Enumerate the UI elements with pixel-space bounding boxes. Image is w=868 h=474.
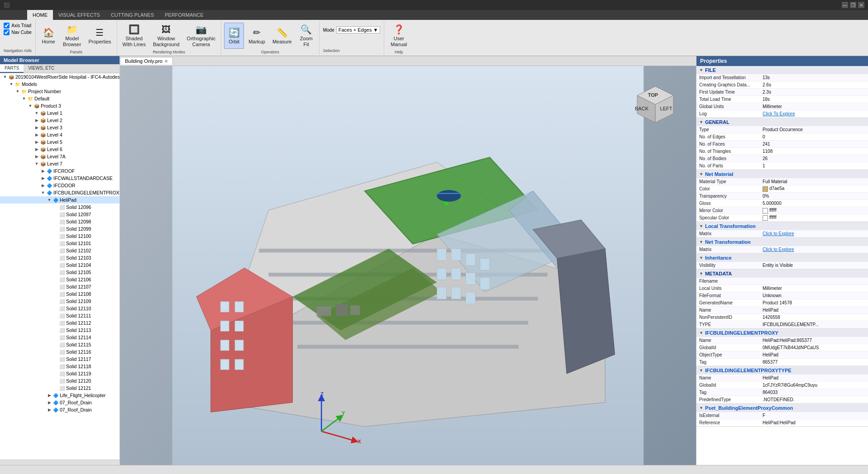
tree-item[interactable]: ⬜Solid 12106: [0, 276, 119, 283]
tree-item[interactable]: ⬜Solid 12120: [0, 377, 119, 384]
tree-item[interactable]: ▼📁Project Number: [0, 88, 119, 95]
tree-item[interactable]: ⬜Solid 12105: [0, 269, 119, 276]
properties-button[interactable]: ☰ Properties: [86, 23, 114, 49]
zoom-fit-button[interactable]: 🔍 ZoomFit: [296, 23, 316, 49]
tree-expander[interactable]: ▶: [33, 153, 40, 160]
prop-section-header[interactable]: ▼Inheritance: [696, 254, 868, 262]
prop-value[interactable]: Click To Explore: [763, 111, 865, 116]
tree-item[interactable]: ▶🔷IFCWALLSTANDARDCASE: [0, 175, 119, 182]
prop-value[interactable]: Click to Explore: [763, 247, 865, 252]
tree-item[interactable]: ⬜Solid 12111: [0, 312, 119, 319]
minimize-button[interactable]: —: [842, 2, 848, 8]
prop-section-header[interactable]: ▼IFCBUILDINGELEMENTPROXYTYPE: [696, 366, 868, 374]
axis-triad-toggle[interactable]: Axis Triad: [4, 23, 31, 28]
tree-item[interactable]: ⬜Solid 12117: [0, 356, 119, 363]
tree-expander[interactable]: ▼: [8, 81, 14, 87]
prop-value[interactable]: Click to Explore: [763, 231, 865, 236]
markup-button[interactable]: ✏ Markup: [246, 23, 268, 49]
tree-item[interactable]: ▶🔷07_Roof_Drain: [0, 406, 119, 413]
tree-item[interactable]: ⬜Solid 12113: [0, 327, 119, 334]
model-browser-button[interactable]: 📁 ModelBrowser: [60, 23, 84, 49]
tree-expander[interactable]: ▶: [46, 407, 52, 413]
tab-home[interactable]: HOME: [27, 10, 53, 20]
prop-section-header[interactable]: ▼METADATA: [696, 270, 868, 278]
tree-item[interactable]: ⬜Solid 12100: [0, 232, 119, 240]
tree-item[interactable]: ▶📦Level 3: [0, 124, 119, 131]
tree-item[interactable]: ▼🔷IFCBUILDINGELEMENTPROXY: [0, 189, 119, 196]
tree-expander[interactable]: ▶: [33, 132, 40, 138]
tree-item[interactable]: ▼📦Level 1: [0, 109, 119, 117]
viewport-tab-close[interactable]: ✕: [164, 59, 168, 64]
measure-button[interactable]: 📏 Measure: [270, 23, 295, 49]
close-button[interactable]: ✕: [858, 2, 864, 8]
mode-selector[interactable]: Faces + Edges ▼: [336, 26, 381, 33]
tree-item[interactable]: ⬜Solid 12116: [0, 348, 119, 356]
prop-section-header[interactable]: ▼GENERAL: [696, 118, 868, 126]
viewport-tab[interactable]: Building Only.pro ✕: [120, 57, 173, 65]
tab-views-etc[interactable]: VIEWS, ETC: [24, 64, 59, 73]
tree-expander[interactable]: ▶: [40, 182, 46, 189]
tree-expander[interactable]: ▼: [40, 190, 46, 196]
nav-cube-toggle[interactable]: Nav Cube: [4, 29, 31, 35]
nav-cube-checkbox[interactable]: [4, 29, 10, 35]
nav-cube[interactable]: TOP BACK LEFT: [628, 80, 682, 129]
tree-item[interactable]: ⬜Solid 12102: [0, 247, 119, 254]
tree-item[interactable]: ▶🔷IFCDOOR: [0, 182, 119, 189]
orthographic-camera-button[interactable]: 📷 OrthographicCamera: [184, 23, 219, 49]
tree-item[interactable]: ▼📦20190104WestRiverSide Hospital - IFC4-…: [0, 73, 119, 81]
tree-expander[interactable]: ▶: [40, 175, 46, 181]
tree-item[interactable]: ⬜Solid 12107: [0, 283, 119, 290]
tree-item[interactable]: ⬜Solid 12108: [0, 290, 119, 298]
maximize-button[interactable]: ❐: [850, 2, 856, 8]
tab-cutting-planes[interactable]: CUTTING PLANES: [105, 10, 159, 20]
window-background-button[interactable]: 🖼 WindowBackground: [150, 23, 182, 49]
tree-expander[interactable]: ▼: [2, 74, 8, 80]
tree-item[interactable]: ▶🔷07_Roof_Drain: [0, 399, 119, 406]
tree-item[interactable]: ▼📁Models: [0, 81, 119, 88]
tree-expander[interactable]: ▶: [46, 399, 52, 406]
tree-expander[interactable]: ▶: [33, 139, 40, 145]
user-manual-button[interactable]: ❓ UserManual: [388, 23, 410, 49]
prop-section-header[interactable]: ▼Net Transformation: [696, 238, 868, 246]
tree-expander[interactable]: ▶: [33, 146, 40, 152]
tree-item[interactable]: ⬜Solid 12101: [0, 240, 119, 247]
tab-performance[interactable]: PERFORMANCE: [159, 10, 209, 20]
prop-section-header[interactable]: ▼Pset_BuildingElementProxyCommon: [696, 404, 868, 412]
tree-item[interactable]: ▶🔷Life_Flight_Helicopter: [0, 392, 119, 399]
tree-item[interactable]: ▶📦Level 5: [0, 138, 119, 146]
prop-section-header[interactable]: ▼IFCBUILDINGELEMENTPROXY: [696, 329, 868, 337]
tree-expander[interactable]: ▶: [46, 392, 52, 398]
prop-section-header[interactable]: ▼Local Transformation: [696, 222, 868, 230]
tree-expander[interactable]: ▶: [33, 117, 40, 123]
tree-expander[interactable]: ▼: [33, 110, 40, 116]
tree-scrollbar-bottom[interactable]: [0, 460, 119, 465]
tree-item[interactable]: ⬜Solid 12098: [0, 218, 119, 225]
tree-item[interactable]: ▶📦Level 2: [0, 117, 119, 124]
orbit-button[interactable]: 🔄 Orbit: [224, 23, 244, 49]
tree-item[interactable]: ⬜Solid 12119: [0, 370, 119, 377]
tree-expander[interactable]: ▼: [33, 161, 40, 167]
tree-expander[interactable]: ▶: [40, 168, 46, 174]
prop-section-header[interactable]: ▼FILE: [696, 66, 868, 74]
tab-visual-effects[interactable]: VISUAL EFFECTS: [53, 10, 105, 20]
tree-item[interactable]: ⬜Solid 12110: [0, 305, 119, 312]
title-bar-controls[interactable]: — ❐ ✕: [842, 2, 864, 8]
tree-expander[interactable]: ▼: [21, 95, 27, 102]
tree-container[interactable]: ▼📦20190104WestRiverSide Hospital - IFC4-…: [0, 73, 119, 460]
tree-item[interactable]: ▼📦Product 3: [0, 102, 119, 109]
tree-item[interactable]: ⬜Solid 12097: [0, 211, 119, 218]
tree-expander[interactable]: ▼: [27, 103, 33, 109]
tree-item[interactable]: ▶🔷IFCROOF: [0, 167, 119, 175]
tab-parts[interactable]: PARTS: [0, 64, 24, 73]
tree-item[interactable]: ⬜Solid 12115: [0, 341, 119, 348]
tree-expander[interactable]: ▼: [14, 88, 21, 95]
shaded-with-lines-button[interactable]: 🔲 ShadedWith Lines: [120, 23, 148, 49]
tree-expander[interactable]: ▶: [33, 124, 40, 131]
tree-item[interactable]: ▼📁Default: [0, 95, 119, 102]
prop-section-header[interactable]: ▼Net Material: [696, 170, 868, 178]
tree-item[interactable]: ▼📦Level 7: [0, 160, 119, 167]
tree-item[interactable]: ⬜Solid 12099: [0, 225, 119, 232]
axis-triad-checkbox[interactable]: [4, 23, 10, 28]
tree-item[interactable]: ▼🔷HeliPad: [0, 196, 119, 204]
tree-item[interactable]: ▶📦Level 6: [0, 146, 119, 153]
